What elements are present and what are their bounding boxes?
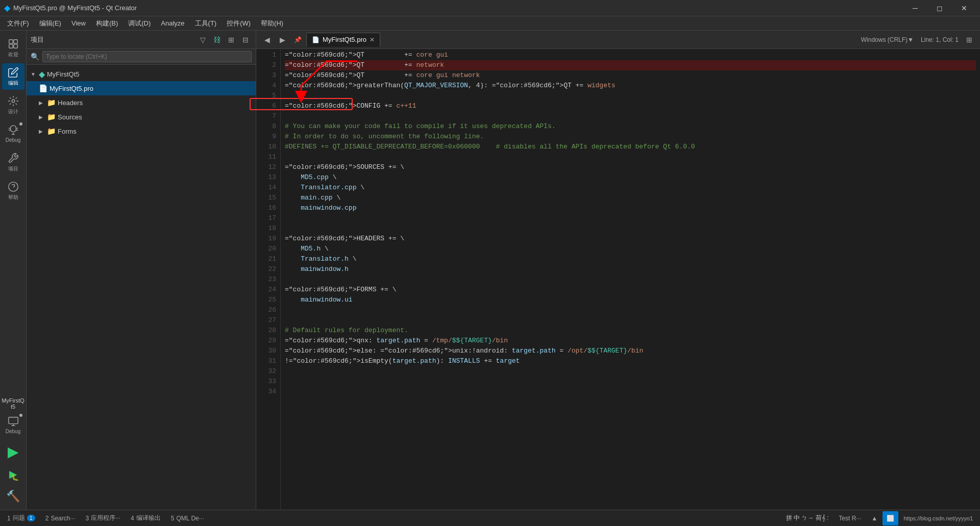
root-label: MyFirstQt5: [47, 70, 80, 78]
target-debug-label: Debug: [6, 429, 20, 434]
tab-area: 📄 MyFirstQt5.pro ✕: [306, 33, 856, 47]
titlebar: ◆ MyFirstQt5.pro @ MyFirstQt5 - Qt Creat…: [0, 0, 980, 16]
encoding-label: Windows (CRLF): [861, 36, 908, 43]
search-label: Search···: [51, 515, 75, 522]
project-panel: 项目 ▽ ⛓ ⊞ ⊟ 🔍 ▼ ◆ MyFirstQt5: [27, 31, 256, 510]
debug-icon: [8, 124, 19, 136]
panel-header: 项目 ▽ ⛓ ⊞ ⊟: [27, 31, 256, 49]
svg-rect-3: [13, 44, 17, 47]
tree-headers[interactable]: ▶ 📁 Headers: [27, 95, 256, 110]
tab-qml[interactable]: 5 QML De···: [166, 511, 209, 525]
tab-icon: 📄: [312, 36, 320, 43]
svg-rect-1: [13, 39, 17, 43]
menu-analyze[interactable]: Analyze: [156, 17, 189, 29]
sources-icon: 📁: [47, 113, 56, 121]
project-target: MyFirstQt5: [1, 395, 26, 412]
sidebar-item-target-debug[interactable]: Debug: [2, 412, 24, 438]
split-button[interactable]: ⊞: [963, 33, 976, 46]
run-button[interactable]: ▶: [2, 440, 24, 463]
svg-rect-6: [8, 417, 17, 424]
filter-button[interactable]: ▽: [197, 34, 209, 46]
panel-title: 项目: [31, 35, 194, 44]
run-debug-button[interactable]: ▶🐛: [2, 463, 24, 485]
menu-help[interactable]: 帮助(H): [256, 17, 288, 30]
tab-close-icon[interactable]: ✕: [370, 36, 375, 43]
tree-pro-file[interactable]: 📄 MyFirstQt5.pro: [27, 81, 256, 95]
app-icon: ◆: [4, 3, 10, 13]
tab-pro-file[interactable]: 📄 MyFirstQt5.pro ✕: [306, 33, 380, 47]
project-tree: ▼ ◆ MyFirstQt5 📄 MyFirstQt5.pro ▶ 📁 Head…: [27, 65, 256, 510]
project-icon: [8, 153, 19, 164]
menu-debug[interactable]: 调试(D): [123, 17, 156, 30]
menu-tools[interactable]: 工具(T): [190, 17, 222, 30]
nav-back-button[interactable]: ◀: [260, 33, 274, 46]
search-input[interactable]: [42, 51, 252, 62]
line-numbers: 1234567891011121314151617181920212223242…: [256, 49, 281, 510]
cursor-position: Line: 1, Col: 1: [921, 36, 959, 43]
svg-point-5: [8, 182, 17, 191]
scroll-up[interactable]: ▲: [866, 511, 883, 525]
edit-label: 编辑: [8, 80, 18, 87]
forms-chevron: ▶: [39, 129, 45, 134]
code-editor[interactable]: 1234567891011121314151617181920212223242…: [256, 49, 980, 510]
menu-build[interactable]: 构建(B): [91, 17, 123, 30]
debug-label: Debug: [6, 137, 20, 143]
menu-view[interactable]: View: [66, 17, 91, 29]
sidebar-item-debug[interactable]: Debug: [2, 120, 24, 147]
output-toggle[interactable]: ⬜: [883, 511, 898, 525]
encoding-dropdown[interactable]: Windows (CRLF) ▼: [858, 33, 917, 46]
search-icon: 🔍: [31, 53, 39, 61]
issues-badge: 1: [27, 515, 35, 521]
titlebar-title: MyFirstQt5.pro @ MyFirstQt5 - Qt Creator: [13, 4, 903, 12]
sidebar: 欢迎 编辑 设计 Debug 项目: [0, 31, 27, 510]
add-button[interactable]: ⊞: [225, 34, 237, 46]
tree-forms[interactable]: ▶ 📁 Forms: [27, 124, 256, 138]
sidebar-item-project[interactable]: 项目: [2, 149, 24, 176]
sidebar-item-design[interactable]: 设计: [2, 92, 24, 118]
editor-info: Windows (CRLF) ▼ Line: 1, Col: 1 ⊞: [858, 33, 976, 46]
menu-controls[interactable]: 控件(W): [222, 17, 256, 30]
close-button[interactable]: ✕: [952, 0, 976, 16]
sidebar-item-edit[interactable]: 编辑: [2, 63, 24, 90]
sidebar-item-welcome[interactable]: 欢迎: [2, 35, 24, 61]
compile-label: 编译输出: [136, 514, 161, 522]
monitor-icon: [8, 416, 19, 427]
tree-sources[interactable]: ▶ 📁 Sources: [27, 110, 256, 124]
tab-compile[interactable]: 4 编译输出: [126, 511, 166, 525]
menu-file[interactable]: 文件(F): [2, 17, 34, 30]
root-chevron: ▼: [31, 71, 37, 77]
titlebar-controls: ─ ◻ ✕: [903, 0, 976, 16]
tab-issues[interactable]: 1 问题 1: [2, 511, 40, 525]
tab-search[interactable]: 2 Search···: [40, 511, 81, 525]
link-button[interactable]: ⛓: [211, 34, 223, 46]
root-icon: ◆: [39, 69, 45, 79]
ime-indicator: 拼 中 ㄅ→ 荷𝄞 :: [781, 511, 834, 525]
forms-label: Forms: [58, 128, 77, 135]
svg-rect-2: [9, 44, 12, 47]
menu-edit[interactable]: 编辑(E): [34, 17, 66, 30]
qml-label: QML De···: [176, 515, 204, 522]
help-label: 帮助: [8, 194, 18, 201]
nav-pin-button[interactable]: 📌: [291, 33, 304, 46]
build-button[interactable]: 🔨: [2, 485, 24, 508]
tree-root[interactable]: ▼ ◆ MyFirstQt5: [27, 67, 256, 81]
issues-num: 1: [7, 515, 11, 522]
headers-chevron: ▶: [39, 100, 45, 106]
edit-icon: [8, 67, 19, 78]
code-content[interactable]: ="color:#569cd6;">QT += core gui="color:…: [281, 49, 980, 510]
welcome-label: 欢迎: [8, 51, 18, 58]
nav-forward-button[interactable]: ▶: [276, 33, 289, 46]
pro-file-icon: 📄: [39, 84, 47, 92]
tab-app[interactable]: 3 应用程序···: [80, 511, 126, 525]
svg-point-4: [12, 99, 15, 103]
sidebar-item-help[interactable]: 帮助: [2, 178, 24, 204]
editor-area: ◀ ▶ 📌 📄 MyFirstQt5.pro ✕ Windows (CRLF) …: [256, 31, 980, 510]
help-icon: [8, 181, 19, 192]
minimize-button[interactable]: ─: [903, 0, 927, 16]
maximize-button[interactable]: ◻: [928, 0, 951, 16]
app-label: 应用程序···: [91, 514, 120, 522]
tab-test[interactable]: Test R···: [834, 511, 866, 525]
headers-label: Headers: [58, 99, 83, 107]
layout-button[interactable]: ⊟: [239, 34, 252, 46]
url-display: https://blog.csdn.net/yyyyo1: [898, 511, 978, 525]
